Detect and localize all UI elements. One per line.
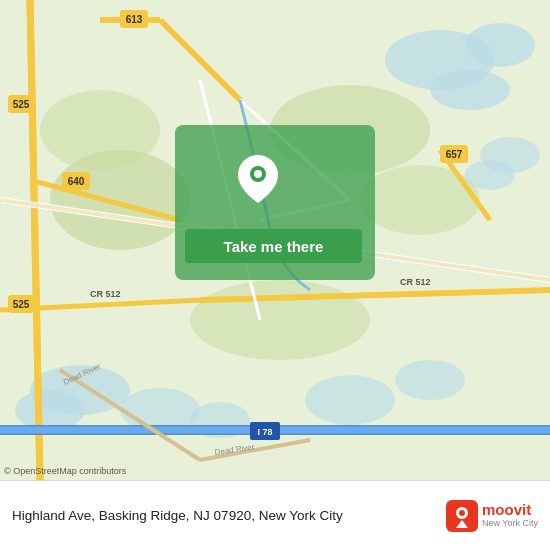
svg-text:657: 657 — [446, 149, 463, 160]
footer-bar: Highland Ave, Basking Ridge, NJ 07920, N… — [0, 480, 550, 550]
svg-point-11 — [395, 360, 465, 400]
svg-point-3 — [430, 70, 510, 110]
moovit-logo-icon — [446, 500, 478, 532]
svg-point-14 — [360, 165, 480, 235]
svg-text:CR 512: CR 512 — [90, 289, 121, 299]
svg-text:CR 512: CR 512 — [400, 277, 431, 287]
moovit-text-block: moovit New York City — [482, 502, 538, 528]
osm-credit: © OpenStreetMap contributors — [4, 466, 126, 476]
svg-text:525: 525 — [13, 99, 30, 110]
svg-point-15 — [190, 280, 370, 360]
svg-text:640: 640 — [68, 176, 85, 187]
svg-text:525: 525 — [13, 299, 30, 310]
svg-point-53 — [254, 170, 262, 178]
moovit-brand-label: moovit — [482, 502, 538, 519]
moovit-logo: moovit New York City — [446, 500, 538, 532]
svg-text:I 78: I 78 — [257, 427, 272, 437]
svg-point-16 — [40, 90, 160, 170]
map-container: 613 525 525 640 657 CR 512 CR 512 I 78 D… — [0, 0, 550, 480]
city-text: New York City — [259, 508, 343, 523]
svg-point-10 — [305, 375, 395, 425]
svg-point-56 — [459, 510, 465, 516]
map-pin — [238, 155, 278, 195]
svg-text:613: 613 — [126, 14, 143, 25]
moovit-sub-label: New York City — [482, 519, 538, 529]
take-me-there-button[interactable]: Take me there — [185, 229, 362, 263]
svg-point-7 — [15, 390, 85, 430]
footer-address: Highland Ave, Basking Ridge, NJ 07920, N… — [12, 508, 446, 523]
address-text: Highland Ave, Basking Ridge, NJ 07920, — [12, 508, 255, 523]
svg-point-2 — [465, 23, 535, 67]
